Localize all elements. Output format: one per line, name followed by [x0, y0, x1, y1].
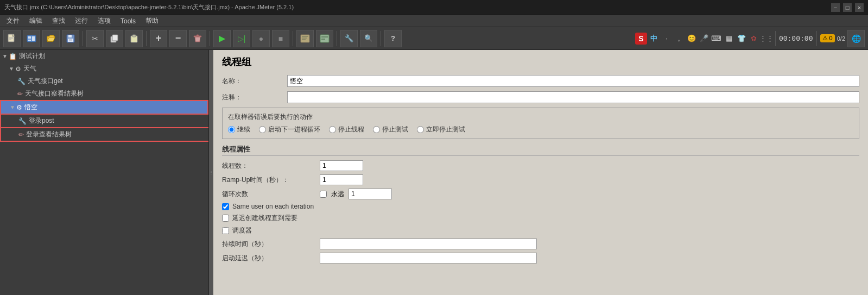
thread-count-label: 线程数： — [222, 161, 320, 171]
radio-stop-now-label: 立即停止测试 — [426, 125, 465, 134]
sidebar-item-tianqi-view[interactable]: ✏ 天气接口察看结果树 — [0, 87, 208, 100]
menu-find[interactable]: 查找 — [48, 15, 69, 27]
svg-rect-7 — [28, 40, 31, 41]
icon-wukong: ⚙ — [16, 104, 22, 111]
remove-button[interactable]: − — [169, 30, 187, 47]
run-no-pause-button[interactable]: ▷| — [233, 30, 250, 47]
menu-file[interactable]: 文件 — [2, 15, 24, 27]
duration-label: 持续时间（秒） — [222, 240, 320, 249]
menu-help[interactable]: 帮助 — [141, 15, 163, 27]
radio-stop-test-label: 停止测试 — [382, 125, 408, 134]
radio-continue[interactable]: 继续 — [228, 125, 250, 134]
duration-row: 持续时间（秒） — [222, 238, 859, 249]
menu-tools[interactable]: Tools — [116, 16, 140, 26]
name-input[interactable] — [287, 75, 859, 87]
toolbar: ✂ + − ▶ ▷| ● ■ 🔧 🔍 ? S 中 · , 😊 🎤 ⌨ ▦ 👕 — [0, 27, 868, 50]
toolbar-right: S 中 · , 😊 🎤 ⌨ ▦ 👕 ✿ ⋮⋮ 00:00:00 ⚠ 0 0/2 … — [635, 30, 865, 47]
menu-run[interactable]: 运行 — [71, 15, 92, 27]
delay-create-checkbox[interactable] — [222, 215, 229, 222]
run-button[interactable]: ▶ — [213, 30, 231, 47]
startup-delay-input[interactable] — [320, 253, 537, 263]
paste-button[interactable] — [125, 30, 143, 47]
window-title: 天气接口.jmx (C:\Users\Administrator\Desktop… — [4, 3, 294, 11]
radio-stop-now[interactable]: 立即停止测试 — [417, 125, 465, 134]
clear-all-button[interactable] — [296, 30, 314, 47]
sep6 — [381, 31, 381, 46]
sogou-menu2[interactable]: ✿ — [749, 33, 759, 44]
sogou-toolbar: S 中 · , 😊 🎤 ⌨ ▦ 👕 ✿ ⋮⋮ — [635, 33, 772, 45]
duration-input[interactable] — [320, 238, 537, 249]
sogou-settings[interactable]: ▦ — [724, 33, 734, 44]
copy-button[interactable] — [106, 30, 123, 47]
menu-options[interactable]: 选项 — [93, 15, 115, 27]
label-wukong: 悟空 — [24, 103, 37, 112]
loop-row: 循环次数 永远 — [222, 189, 859, 199]
sogou-keyboard[interactable]: ⌨ — [711, 33, 722, 44]
open-button[interactable] — [42, 30, 60, 47]
sidebar-item-wukong[interactable]: ▼ ⚙ 悟空 — [0, 100, 208, 115]
content-area: 线程组 名称： 注释： 在取样器错误后要执行的动作 继续 — [213, 50, 868, 295]
search-button[interactable]: 🔍 — [360, 30, 377, 47]
svg-rect-18 — [301, 35, 309, 42]
scheduler-checkbox[interactable] — [222, 227, 229, 234]
svg-rect-15 — [132, 35, 136, 37]
ramp-up-row: Ramp-Up时间（秒）： — [222, 174, 859, 185]
sogou-face[interactable]: 😊 — [686, 33, 697, 44]
add-button[interactable]: + — [150, 30, 167, 47]
comment-input[interactable] — [287, 91, 859, 103]
save-button[interactable] — [62, 30, 79, 47]
radio-stop-test[interactable]: 停止测试 — [373, 125, 408, 134]
sep1 — [83, 31, 83, 46]
loop-forever-label: 永远 — [331, 190, 344, 199]
radio-next-loop-label: 启动下一进程循环 — [268, 125, 320, 134]
svg-rect-5 — [28, 36, 31, 39]
clear-results-button[interactable] — [316, 30, 333, 47]
sep5 — [337, 31, 337, 46]
label-tianqi-get: 天气接口get — [28, 77, 63, 86]
sidebar-item-tianqi[interactable]: ▼ ⚙ 天气 — [0, 62, 208, 75]
sogou-chinese[interactable]: 中 — [649, 33, 660, 44]
window-controls[interactable]: − □ × — [831, 3, 864, 12]
sogou-logo[interactable]: S — [635, 33, 647, 45]
arrow-wukong: ▼ — [10, 104, 15, 110]
loop-forever-checkbox[interactable] — [320, 191, 327, 198]
ramp-up-label: Ramp-Up时间（秒）： — [222, 175, 320, 185]
help-button[interactable]: ? — [384, 30, 402, 47]
maximize-button[interactable]: □ — [843, 3, 852, 12]
sidebar-item-login-post[interactable]: 🔧 登录post — [0, 115, 208, 128]
function-helper-button[interactable]: 🔧 — [340, 30, 358, 47]
sogou-mic[interactable]: 🎤 — [699, 33, 709, 44]
cut-button[interactable]: ✂ — [86, 30, 104, 47]
sogou-comma[interactable]: , — [674, 33, 685, 44]
sogou-skin[interactable]: 👕 — [736, 33, 747, 44]
new-button[interactable] — [3, 30, 21, 47]
content-inner: 线程组 名称： 注释： 在取样器错误后要执行的动作 继续 — [213, 50, 868, 272]
clear-button[interactable] — [189, 30, 206, 47]
close-button[interactable]: × — [855, 3, 864, 12]
comment-label: 注释： — [222, 93, 287, 102]
radio-stop-thread[interactable]: 停止线程 — [329, 125, 364, 134]
pause-button[interactable]: ● — [252, 30, 270, 47]
ramp-up-input[interactable] — [320, 174, 363, 185]
arrow-test-plan: ▼ — [2, 53, 8, 59]
label-login-post: 登录post — [29, 116, 54, 125]
sidebar-item-tianqi-get[interactable]: 🔧 天气接口get — [0, 75, 208, 87]
templates-button[interactable] — [23, 30, 40, 47]
sogou-dot[interactable]: · — [661, 33, 672, 44]
status-button[interactable]: 🌐 — [847, 30, 865, 47]
minimize-button[interactable]: − — [831, 3, 840, 12]
sidebar-item-test-plan[interactable]: ▼ 📋 测试计划 — [0, 50, 208, 62]
sidebar: ▼ 📋 测试计划 ▼ ⚙ 天气 🔧 天气接口get ✏ 天气接口察看结果树 ▼ … — [0, 50, 209, 295]
menu-edit[interactable]: 编辑 — [25, 15, 47, 27]
label-login-view: 登录查看结果树 — [26, 130, 72, 139]
menu-bar: 文件 编辑 查找 运行 选项 Tools 帮助 — [0, 15, 868, 27]
name-label: 名称： — [222, 77, 287, 86]
same-user-checkbox[interactable] — [222, 203, 229, 210]
sogou-dots[interactable]: ⋮⋮ — [761, 33, 772, 44]
collapse-handle[interactable]: ⋮ — [209, 50, 213, 295]
stop-button[interactable]: ■ — [272, 30, 289, 47]
loop-count-input[interactable] — [349, 189, 392, 199]
sidebar-item-login-view[interactable]: ✏ 登录查看结果树 — [0, 128, 208, 142]
thread-count-input[interactable] — [320, 160, 363, 171]
radio-next-loop[interactable]: 启动下一进程循环 — [259, 125, 320, 134]
